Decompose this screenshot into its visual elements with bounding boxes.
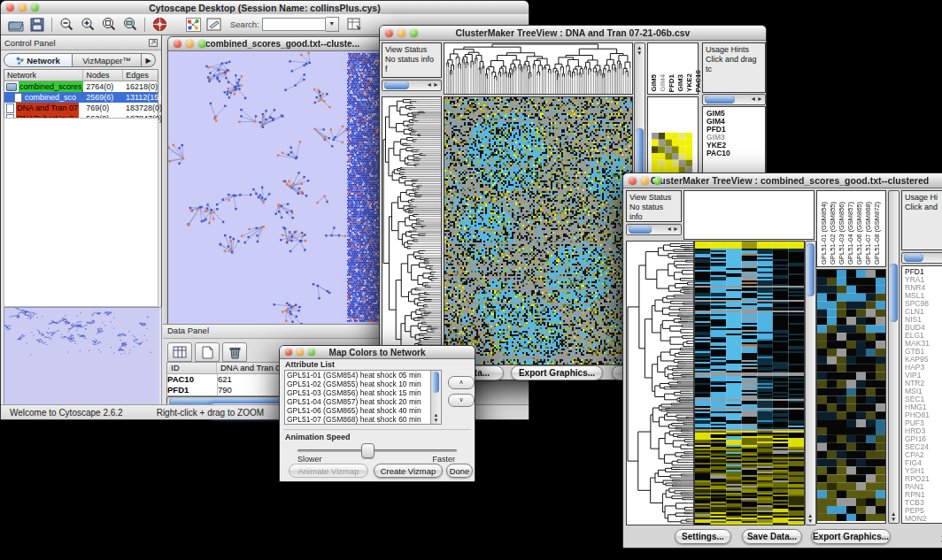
rotated-gene-label[interactable]: PAC10: [694, 70, 702, 92]
gene-label[interactable]: MON2: [905, 515, 942, 523]
col-id[interactable]: ID: [167, 363, 217, 373]
minimize-button[interactable]: [186, 40, 194, 48]
tv2-settings-button[interactable]: Settings...: [675, 529, 731, 544]
tab-overflow-arrow[interactable]: ▶: [142, 53, 156, 67]
tab-vizmapper[interactable]: VizMapper™: [73, 53, 142, 67]
attribute-item[interactable]: GPL51-02 (GSM855) heat shock 10 min: [285, 380, 441, 388]
zoom-button[interactable]: [198, 40, 206, 48]
tv2-heatmap-vscrollbar[interactable]: ▲▼: [805, 241, 816, 525]
tv1-titlebar[interactable]: ClusterMaker TreeView : DNA and Tran 07-…: [380, 26, 766, 41]
search-input[interactable]: [262, 18, 326, 31]
birdseye-canvas[interactable]: [4, 308, 159, 404]
rotated-array-label[interactable]: GPL51-01 (GSM854): [820, 202, 828, 265]
scroll-thumb[interactable]: [629, 226, 652, 234]
row-tree-canvas[interactable]: [627, 242, 693, 525]
zoom-fit-button[interactable]: [120, 16, 141, 34]
tv1-row-dendrogram[interactable]: [382, 96, 442, 365]
close-button[interactable]: [6, 4, 14, 12]
plugin-nodes-button[interactable]: [182, 16, 204, 34]
move-down-button[interactable]: ∨: [448, 394, 475, 407]
zoom-in-button[interactable]: [77, 16, 98, 34]
scroll-arrows[interactable]: ▲▼: [637, 45, 642, 56]
attribute-item[interactable]: GPL51-04 (GSM857) heat shock 20 min: [285, 397, 441, 406]
minimize-button[interactable]: [19, 4, 27, 12]
tv1-column-dendrogram[interactable]: [444, 42, 633, 95]
rotated-gene-label[interactable]: GIM3: [676, 74, 684, 92]
tv2-zoom-view[interactable]: [816, 269, 886, 524]
zoom-button[interactable]: [653, 177, 661, 185]
close-button[interactable]: [385, 29, 393, 37]
network-frame-titlebar[interactable]: combined_scores_good.txt--cluste...: [168, 37, 397, 51]
annotation-button[interactable]: [204, 16, 225, 34]
scroll-arrows[interactable]: ▲▼: [891, 511, 896, 522]
attribute-listbox[interactable]: GPL51-01 (GSM854) heat shock 05 minGPL51…: [284, 370, 442, 425]
network-row[interactable]: combined_sco2569(6)13112(15): [4, 92, 158, 103]
tv2-export-graphics-button[interactable]: Export Graphics...: [811, 529, 891, 544]
close-button[interactable]: [174, 40, 181, 48]
network-row[interactable]: DNA and Tran 07769(0)183728(0): [4, 103, 158, 113]
listbox-vscrollbar[interactable]: ▲▼: [430, 371, 441, 424]
rotated-gene-label[interactable]: GIM4: [659, 74, 667, 92]
zoom-out-button[interactable]: [56, 16, 77, 34]
attribute-item[interactable]: GPL51-06 (GSM865) heat shock 40 min: [285, 406, 441, 415]
select-attributes-button[interactable]: [167, 342, 192, 362]
slider-thumb[interactable]: [361, 443, 374, 458]
main-titlebar[interactable]: Cytoscape Desktop (Session Name: collins…: [1, 1, 529, 15]
zoom-button[interactable]: [31, 4, 39, 12]
minimize-button[interactable]: [398, 29, 405, 37]
tv2-save-data-button[interactable]: Save Data...: [742, 529, 802, 544]
network-list-header[interactable]: Network Nodes Edges: [4, 70, 158, 81]
network-row[interactable]: combined_scores_2764(0)16218(0): [4, 81, 158, 92]
tv2-hints-hscrollbar[interactable]: ◄►: [901, 252, 942, 264]
rotated-array-label[interactable]: GPL51-04 (GSM857): [846, 202, 854, 265]
tv1-heatmap[interactable]: [444, 96, 633, 365]
scroll-arrows[interactable]: ◄►: [426, 81, 440, 88]
scroll-thumb[interactable]: [904, 254, 923, 262]
scroll-thumb[interactable]: [432, 372, 439, 393]
tv2-gene-vscrollbar[interactable]: ▲▼: [888, 190, 900, 524]
rotated-gene-label[interactable]: PFD1: [668, 74, 676, 92]
birdseye-view[interactable]: [4, 307, 162, 407]
open-session-button[interactable]: [5, 16, 27, 34]
gene-label[interactable]: PAC10: [706, 150, 765, 157]
col-network[interactable]: Network: [4, 70, 83, 81]
save-session-button[interactable]: [27, 16, 48, 34]
scroll-arrows[interactable]: ▲▼: [807, 513, 813, 524]
zoom-button[interactable]: [308, 349, 315, 356]
tv1-hints-hscrollbar[interactable]: ◄►: [702, 94, 766, 105]
close-button[interactable]: [285, 349, 292, 356]
zoom-button[interactable]: [410, 29, 418, 37]
move-up-button[interactable]: ∧: [448, 376, 475, 389]
attribute-item[interactable]: GPL51-07 (GSM868) heat shock 60 min: [285, 415, 441, 424]
rotated-array-label[interactable]: GPL51-03 (GSM856): [838, 202, 845, 265]
zoom-heatmap-canvas[interactable]: [817, 270, 885, 521]
attribute-browser-button[interactable]: [344, 16, 366, 34]
minimize-button[interactable]: [297, 349, 304, 356]
rotated-gene-label[interactable]: GIM5: [650, 74, 658, 92]
scroll-arrows[interactable]: ▲▼: [432, 412, 440, 423]
dialog-titlebar[interactable]: Map Colors to Network: [280, 346, 475, 359]
scroll-arrows[interactable]: ◄►: [666, 226, 680, 232]
zoom-selected-button[interactable]: [98, 16, 120, 34]
delete-attribute-button[interactable]: [222, 342, 247, 362]
tv2-column-dendrogram[interactable]: [683, 190, 815, 240]
tv2-titlebar[interactable]: ClusterMaker TreeView : combined_scores_…: [623, 173, 942, 188]
col-edges[interactable]: Edges: [123, 70, 158, 81]
attribute-item[interactable]: GPL51-01 (GSM854) heat shock 05 min: [285, 371, 441, 380]
tv2-status-hscrollbar[interactable]: ◄►: [626, 224, 682, 235]
create-vizmap-button[interactable]: Create Vizmap: [374, 464, 443, 478]
heatmap-canvas[interactable]: [444, 97, 632, 364]
network-view-canvas[interactable]: [168, 51, 395, 325]
animate-vizmap-button[interactable]: Animate Vizmap: [289, 464, 368, 478]
rotated-array-label[interactable]: GPL51-07 (GSM868): [864, 202, 872, 265]
animation-speed-slider[interactable]: [297, 449, 457, 452]
search-dropdown-button[interactable]: ▼: [326, 17, 339, 32]
tab-network[interactable]: Network: [4, 53, 73, 67]
rotated-array-label[interactable]: GPL51-06 (GSM865): [855, 202, 863, 265]
rotated-array-label[interactable]: GPL51-02 (GSM855): [829, 202, 837, 265]
row-tree-canvas[interactable]: [382, 97, 441, 364]
scroll-thumb[interactable]: [384, 81, 409, 89]
tv1-export-graphics-button[interactable]: Export Graphics...: [511, 365, 603, 380]
mini-heatmap-canvas[interactable]: [652, 133, 692, 173]
tv2-row-dendrogram[interactable]: [626, 241, 694, 525]
